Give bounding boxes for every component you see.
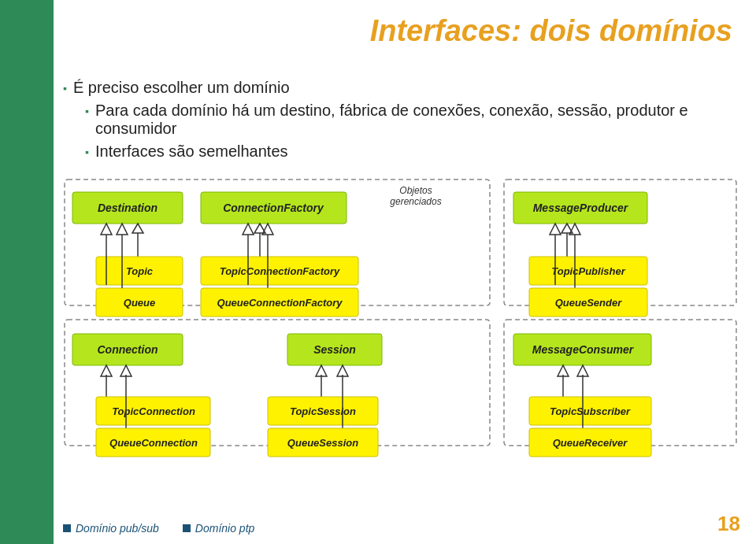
svg-text:MessageConsumer: MessageConsumer bbox=[532, 343, 635, 356]
svg-text:Session: Session bbox=[313, 343, 356, 356]
bullet-text-2: Para cada domínio há um destino, fábrica… bbox=[95, 102, 740, 138]
footer: Domínio pub/sub Domínio ptp bbox=[63, 522, 740, 535]
bullet-icon-2: ▪ bbox=[85, 105, 89, 117]
svg-text:Objetos: Objetos bbox=[399, 185, 432, 196]
svg-text:ConnectionFactory: ConnectionFactory bbox=[223, 202, 324, 214]
svg-marker-9 bbox=[132, 224, 143, 233]
slide: Interfaces: dois domínios ▪ É preciso es… bbox=[0, 0, 756, 544]
svg-text:Topic: Topic bbox=[126, 265, 154, 277]
svg-text:QueueConnection: QueueConnection bbox=[109, 437, 198, 449]
svg-marker-71 bbox=[577, 365, 588, 376]
svg-text:TopicSubscriber: TopicSubscriber bbox=[550, 405, 631, 417]
bullet-icon-1: ▪ bbox=[63, 82, 67, 94]
svg-marker-61 bbox=[337, 365, 348, 376]
slide-title: Interfaces: dois domínios bbox=[370, 14, 732, 48]
svg-text:Queue: Queue bbox=[124, 297, 155, 309]
footer-item-ptp: Domínio ptp bbox=[183, 522, 254, 535]
svg-marker-39 bbox=[550, 224, 561, 235]
svg-text:TopicConnection: TopicConnection bbox=[112, 405, 195, 417]
bullet-2: ▪ Para cada domínio há um destino, fábri… bbox=[85, 102, 740, 138]
footer-square-ptp bbox=[183, 524, 191, 532]
svg-text:QueueReceiver: QueueReceiver bbox=[553, 437, 628, 449]
left-bar bbox=[0, 0, 54, 544]
svg-text:Connection: Connection bbox=[98, 343, 158, 356]
diagram: Objetos gerenciados Destination Topic bbox=[63, 178, 740, 461]
bullet-text-1: É preciso escolher um domínio bbox=[73, 79, 290, 97]
svg-text:QueueConnectionFactory: QueueConnectionFactory bbox=[217, 297, 343, 309]
svg-marker-67 bbox=[558, 365, 569, 376]
bullets: ▪ É preciso escolher um domínio ▪ Para c… bbox=[63, 79, 740, 161]
svg-text:TopicSession: TopicSession bbox=[290, 405, 356, 417]
svg-marker-27 bbox=[243, 224, 254, 235]
svg-text:QueueSession: QueueSession bbox=[287, 437, 358, 449]
svg-marker-17 bbox=[117, 224, 128, 235]
svg-marker-15 bbox=[101, 224, 112, 235]
diagram-svg: Objetos gerenciados Destination Topic bbox=[63, 178, 740, 461]
svg-text:gerenciados: gerenciados bbox=[390, 196, 441, 207]
svg-text:TopicConnectionFactory: TopicConnectionFactory bbox=[220, 265, 340, 277]
bullet-icon-3: ▪ bbox=[85, 146, 89, 158]
page-number: 18 bbox=[717, 512, 740, 536]
svg-marker-57 bbox=[316, 365, 327, 376]
svg-text:TopicPublisher: TopicPublisher bbox=[551, 265, 625, 277]
bullet-1: ▪ É preciso escolher um domínio bbox=[63, 79, 740, 97]
title-area: Interfaces: dois domínios bbox=[370, 14, 732, 48]
footer-label-ptp: Domínio ptp bbox=[195, 522, 254, 535]
footer-item-pubsub: Domínio pub/sub bbox=[63, 522, 159, 535]
svg-text:QueueSender: QueueSender bbox=[555, 297, 622, 309]
bullet-text-3: Interfaces são semelhantes bbox=[95, 142, 288, 161]
content-area: ▪ É preciso escolher um domínio ▪ Para c… bbox=[63, 79, 740, 461]
footer-label-pubsub: Domínio pub/sub bbox=[76, 522, 159, 535]
bullet-3: ▪ Interfaces são semelhantes bbox=[85, 142, 740, 161]
svg-text:Destination: Destination bbox=[98, 202, 158, 214]
footer-square-pubsub bbox=[63, 524, 71, 532]
svg-text:MessageProducer: MessageProducer bbox=[533, 202, 629, 214]
svg-marker-47 bbox=[101, 365, 112, 376]
svg-marker-51 bbox=[120, 365, 132, 376]
